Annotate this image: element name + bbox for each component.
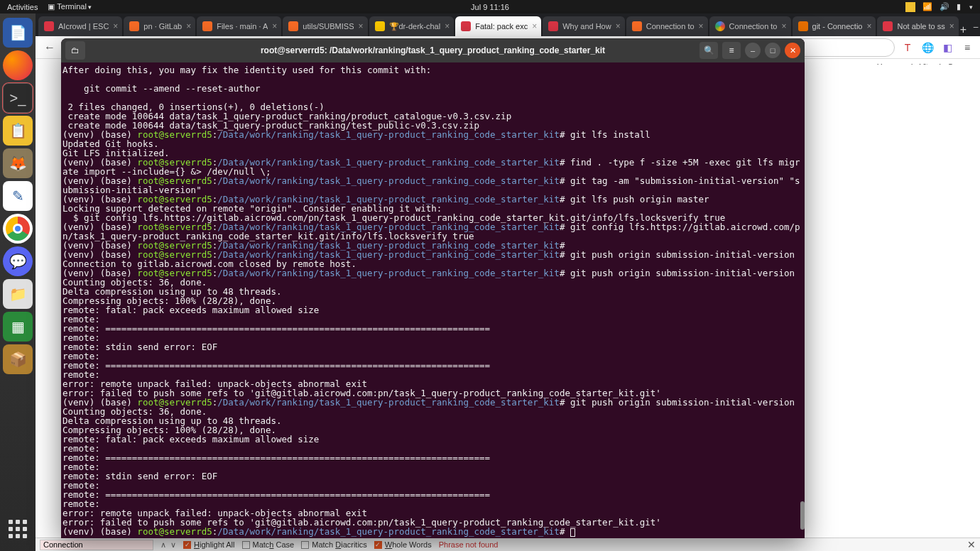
- browser-tab[interactable]: git - Connectio×: [793, 16, 876, 36]
- dock-files[interactable]: 📁: [3, 279, 33, 309]
- reader-icon[interactable]: T: [900, 40, 915, 55]
- clock[interactable]: Jul 9 11:16: [471, 3, 509, 11]
- power-menu[interactable]: ▾: [969, 4, 973, 11]
- favicon-icon: [715, 21, 725, 31]
- tab-label: Why and How: [562, 22, 611, 31]
- terminal-line: (venv) (base) root@serverrd5:/Data/work/…: [62, 158, 803, 176]
- browser-tab[interactable]: Connection to×: [709, 16, 791, 36]
- tab-close-icon[interactable]: ×: [782, 21, 787, 31]
- find-close[interactable]: ✕: [967, 539, 976, 550]
- tab-close-icon[interactable]: ×: [113, 21, 118, 31]
- browser-tab[interactable]: 🏆dr-derk-chal×: [369, 16, 454, 36]
- tab-label: pn · GitLab: [143, 22, 182, 31]
- terminal-titlebar[interactable]: 🗀 root@serverrd5: /Data/work/ranking/tas…: [61, 38, 805, 62]
- terminal-history-button[interactable]: 🗀: [65, 41, 85, 60]
- dock-writer[interactable]: 📄: [3, 18, 33, 48]
- terminal-body[interactable]: After doing this, you may fix the identi…: [61, 62, 805, 538]
- tab-close-icon[interactable]: ×: [445, 21, 450, 31]
- favicon-icon: [798, 21, 808, 31]
- terminal-line: Updated Git hooks.: [62, 139, 803, 148]
- terminal-scrollbar[interactable]: [800, 62, 805, 538]
- find-bar: ∧∨ ✓Highlight All Match Case Match Diacr…: [36, 538, 980, 551]
- browser-tab[interactable]: AIcrowd | ESC×: [38, 16, 122, 36]
- tabstrip: AIcrowd | ESC×pn · GitLab×Files · main ·…: [36, 13, 980, 36]
- browser-tab[interactable]: pn · GitLab×: [124, 16, 195, 36]
- browser-tab[interactable]: Not able to ss×: [877, 16, 958, 36]
- browser-minimize[interactable]: –: [967, 18, 980, 36]
- terminal-line: (venv) (base) root@serverrd5:/Data/work/…: [62, 222, 803, 241]
- terminal-line: git commit --amend --reset-author: [62, 84, 803, 93]
- browser-tab[interactable]: Connection to×: [626, 16, 708, 36]
- find-highlight-all[interactable]: ✓Highlight All: [183, 540, 235, 549]
- favicon-icon: [202, 21, 212, 31]
- network-icon[interactable]: 📶: [922, 2, 932, 11]
- favicon-icon: [288, 21, 298, 31]
- terminal-line: After doing this, you may fix the identi…: [62, 65, 803, 75]
- tab-label: Connection to: [729, 22, 778, 31]
- terminal-line: remote: fatal: pack exceeds maximum allo…: [62, 305, 803, 315]
- tab-close-icon[interactable]: ×: [358, 21, 363, 31]
- tab-close-icon[interactable]: ×: [949, 21, 954, 31]
- terminal-line: remote: ================================…: [62, 361, 803, 370]
- browser-tab[interactable]: Fatal: pack exc×: [455, 16, 541, 36]
- terminal-line: remote: ================================…: [62, 490, 803, 499]
- terminal-line: (venv) (base) root@serverrd5:/Data/work/…: [62, 176, 803, 195]
- favicon-icon: [548, 21, 558, 31]
- tab-close-icon[interactable]: ×: [272, 21, 277, 31]
- dock-software[interactable]: 📦: [3, 344, 33, 374]
- activities-button[interactable]: Activities: [7, 3, 38, 11]
- terminal-maximize-button[interactable]: □: [765, 43, 780, 58]
- terminal-line: remote: ================================…: [62, 453, 803, 462]
- note-icon[interactable]: [905, 2, 915, 12]
- dock-discord[interactable]: 💬: [3, 246, 33, 276]
- tab-close-icon[interactable]: ×: [699, 21, 704, 31]
- browser-tab[interactable]: Files · main · A×: [197, 16, 281, 36]
- terminal-line: remote: stdin send error: EOF: [62, 342, 803, 351]
- dock-gimp[interactable]: 🦊: [3, 148, 33, 178]
- favicon-icon: [883, 21, 893, 31]
- favicon-icon: [44, 21, 54, 31]
- terminal-search-button[interactable]: 🔍: [699, 42, 718, 59]
- browser-tab[interactable]: Why and How×: [543, 16, 625, 36]
- tab-close-icon[interactable]: ×: [532, 21, 537, 31]
- dock-show-apps[interactable]: [3, 514, 33, 544]
- dock-notes[interactable]: 📋: [3, 116, 33, 146]
- tab-close-icon[interactable]: ×: [616, 21, 621, 31]
- terminal-close-button[interactable]: ✕: [785, 43, 800, 58]
- terminal-window: 🗀 root@serverrd5: /Data/work/ranking/tas…: [61, 38, 805, 538]
- volume-icon[interactable]: 🔊: [940, 2, 949, 11]
- find-prev[interactable]: ∧: [160, 540, 166, 550]
- find-match-diacritics[interactable]: Match Diacritics: [301, 540, 367, 549]
- terminal-minimize-button[interactable]: –: [745, 43, 761, 58]
- dock-terminal[interactable]: >_: [3, 83, 33, 113]
- dock-firefox[interactable]: [3, 50, 33, 80]
- top-menubar: Activities ▣ Terminal▾ Jul 9 11:16 📶 🔊 ▮…: [0, 0, 980, 13]
- back-button[interactable]: ←: [41, 39, 58, 56]
- tab-close-icon[interactable]: ×: [866, 21, 871, 31]
- tab-close-icon[interactable]: ×: [186, 21, 191, 31]
- tab-label: Files · main · A: [217, 22, 268, 31]
- menu-button[interactable]: ≡: [960, 40, 974, 55]
- find-match-case[interactable]: Match Case: [242, 540, 295, 549]
- dock-chrome[interactable]: [3, 214, 33, 244]
- battery-icon[interactable]: ▮: [957, 2, 961, 11]
- terminal-line: (venv) (base) root@serverrd5:/Data/work/…: [62, 130, 803, 139]
- favicon-icon: [632, 21, 642, 31]
- tab-label: Connection to: [646, 22, 695, 31]
- find-next[interactable]: ∨: [170, 540, 176, 550]
- find-whole-words[interactable]: ✓Whole Words: [374, 540, 432, 549]
- tab-label: AIcrowd | ESC: [58, 22, 109, 31]
- tab-label: 🏆dr-derk-chal: [389, 22, 441, 31]
- browser-tab[interactable]: utils/SUBMISS×: [283, 16, 367, 36]
- app-menu[interactable]: ▣ Terminal▾: [48, 2, 91, 11]
- new-tab-button[interactable]: +: [960, 23, 967, 36]
- terminal-menu-button[interactable]: ≡: [722, 42, 741, 59]
- terminal-title: root@serverrd5: /Data/work/ranking/task_…: [261, 45, 605, 55]
- extension-icon[interactable]: ◧: [940, 40, 954, 55]
- dock-texteditor[interactable]: ✎: [3, 181, 33, 211]
- tab-label: Not able to ss: [897, 22, 944, 31]
- find-input[interactable]: [40, 540, 153, 550]
- translate-icon[interactable]: 🌐: [920, 40, 935, 55]
- favicon-icon: [129, 21, 139, 31]
- dock-calc[interactable]: ▦: [3, 312, 33, 342]
